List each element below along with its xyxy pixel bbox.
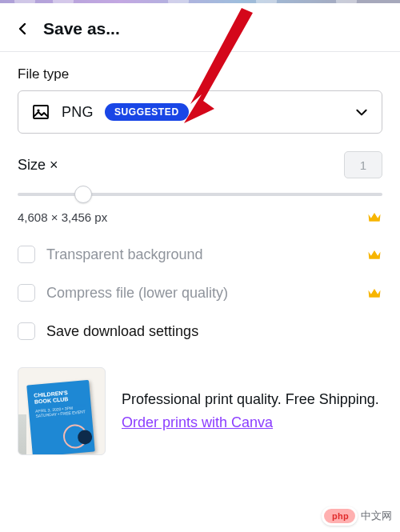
filetype-value: PNG (62, 104, 94, 121)
size-label: Size × (18, 157, 58, 174)
crown-icon (366, 209, 382, 225)
promo-link[interactable]: Order prints with Canva (122, 414, 273, 430)
crown-icon (366, 285, 382, 301)
watermark-brand: php (322, 506, 358, 526)
option-transparent-bg[interactable]: Transparent background (18, 246, 382, 263)
checkbox-icon (18, 322, 35, 340)
filetype-select[interactable]: PNG SUGGESTED (18, 90, 382, 134)
page-title: Save as... (43, 19, 120, 38)
option-label: Compress file (lower quality) (46, 285, 228, 302)
option-label: Save download settings (46, 323, 198, 340)
crown-icon (366, 246, 382, 262)
option-label: Transparent background (46, 246, 202, 263)
back-icon[interactable] (14, 21, 30, 37)
option-save-settings[interactable]: Save download settings (18, 322, 382, 340)
chevron-down-icon (354, 105, 369, 119)
size-multiplier-input (344, 151, 382, 178)
watermark: php 中文网 (322, 506, 392, 526)
checkbox-icon (18, 246, 35, 263)
dimensions-text: 4,608 × 3,456 px (18, 210, 107, 224)
filetype-label: File type (18, 66, 382, 82)
svg-rect-0 (34, 106, 48, 118)
promo-section: CHILDREN'S BOOK CLUB APRIL 3, 2020 • 3PM… (18, 367, 382, 455)
suggested-badge: SUGGESTED (105, 103, 189, 121)
promo-text: Professional print quality. Free Shippin… (122, 388, 379, 411)
option-compress[interactable]: Compress file (lower quality) (18, 284, 382, 302)
modal-header: Save as... (0, 3, 400, 52)
promo-thumbnail[interactable]: CHILDREN'S BOOK CLUB APRIL 3, 2020 • 3PM… (18, 367, 106, 455)
size-slider[interactable] (18, 183, 382, 206)
watermark-site: 中文网 (361, 509, 392, 523)
checkbox-icon (18, 284, 35, 302)
image-icon (31, 102, 50, 122)
